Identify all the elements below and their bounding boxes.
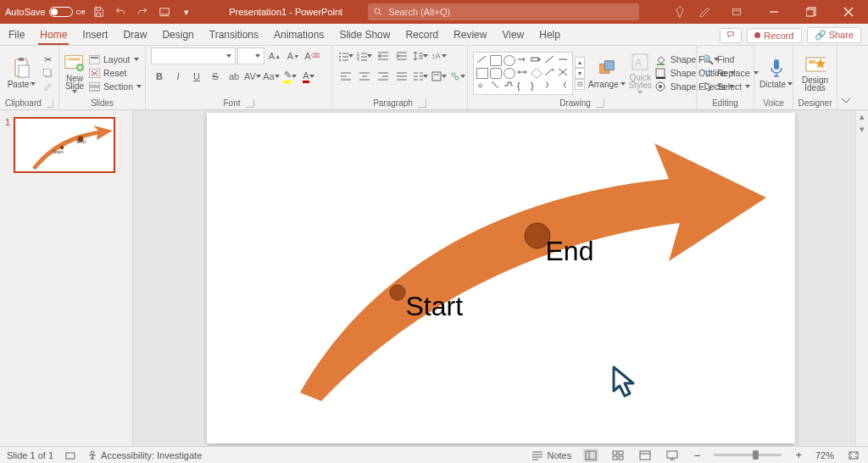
section-button[interactable]: Section bbox=[88, 81, 142, 92]
comments-button[interactable] bbox=[720, 28, 742, 43]
align-right-button[interactable] bbox=[375, 68, 392, 85]
font-name-combo[interactable] bbox=[151, 47, 236, 64]
text-direction-button[interactable]: ↕A bbox=[431, 47, 448, 64]
accessibility-status[interactable]: Accessibility: Investigate bbox=[87, 450, 202, 460]
slide-thumbnails-panel[interactable]: 1 Start End bbox=[0, 110, 133, 446]
reset-button[interactable]: Reset bbox=[88, 67, 142, 79]
undo-icon[interactable] bbox=[112, 3, 129, 20]
highlight-button[interactable]: ✎ bbox=[281, 68, 298, 85]
change-case-button[interactable]: Aa bbox=[263, 68, 280, 85]
slide-indicator[interactable]: Slide 1 of 1 bbox=[7, 450, 53, 460]
increase-font-button[interactable]: A▲ bbox=[266, 47, 283, 64]
slide-editor[interactable]: Start End ▴ ▾ bbox=[133, 110, 868, 446]
tab-file[interactable]: File bbox=[7, 25, 26, 45]
design-ideas-button[interactable]: Design Ideas bbox=[798, 54, 832, 92]
strike-button[interactable]: S bbox=[207, 68, 224, 85]
fit-to-window-button[interactable] bbox=[846, 449, 861, 462]
quick-styles-button[interactable]: A Quick Styles bbox=[629, 52, 652, 94]
font-dialog-launcher[interactable] bbox=[246, 99, 254, 108]
close-button[interactable] bbox=[834, 0, 863, 24]
zoom-slider[interactable] bbox=[714, 454, 782, 456]
search-box[interactable]: Search (Alt+Q) bbox=[368, 3, 639, 20]
normal-view-button[interactable] bbox=[583, 449, 598, 462]
arrange-button[interactable]: Arrange bbox=[588, 58, 626, 89]
line-spacing-button[interactable] bbox=[412, 47, 429, 64]
font-size-combo[interactable] bbox=[237, 47, 264, 64]
align-text-button[interactable] bbox=[431, 68, 448, 85]
tab-animations[interactable]: Animations bbox=[272, 25, 326, 45]
increase-indent-button[interactable] bbox=[393, 47, 410, 64]
sorter-view-button[interactable] bbox=[610, 449, 626, 462]
smartart-button[interactable] bbox=[449, 68, 466, 85]
collapse-ribbon-button[interactable] bbox=[837, 46, 854, 109]
clipboard-dialog-launcher[interactable] bbox=[47, 99, 53, 108]
char-spacing-button[interactable]: AV bbox=[244, 68, 261, 85]
align-center-button[interactable] bbox=[356, 68, 373, 85]
shadow-button[interactable]: ab bbox=[225, 68, 242, 85]
tab-help[interactable]: Help bbox=[537, 25, 562, 45]
notes-button[interactable]: Notes bbox=[531, 450, 571, 460]
bullets-button[interactable] bbox=[337, 47, 354, 64]
zoom-out-button[interactable]: − bbox=[692, 449, 702, 462]
justify-button[interactable] bbox=[393, 68, 410, 85]
copy-button[interactable] bbox=[42, 67, 53, 79]
maximize-button[interactable] bbox=[797, 0, 826, 24]
slideshow-view-button[interactable] bbox=[665, 449, 680, 462]
autosave-switch[interactable] bbox=[49, 7, 73, 17]
find-button[interactable]: 🔍Find bbox=[702, 53, 759, 65]
italic-button[interactable]: I bbox=[170, 68, 186, 85]
tab-home[interactable]: Home bbox=[38, 25, 69, 45]
select-button[interactable]: Select bbox=[702, 81, 759, 92]
tab-view[interactable]: View bbox=[500, 25, 526, 45]
save-icon[interactable] bbox=[90, 3, 107, 20]
autosave-toggle[interactable]: AutoSave Off bbox=[5, 7, 85, 17]
layout-button[interactable]: Layout bbox=[88, 53, 142, 65]
shapes-gallery[interactable]: ✧ { } bbox=[473, 52, 573, 95]
replace-button[interactable]: Replace bbox=[702, 67, 759, 79]
drawing-dialog-launcher[interactable] bbox=[596, 99, 604, 108]
vertical-scrollbar[interactable]: ▴ ▾ bbox=[855, 110, 868, 446]
start-from-beginning-icon[interactable] bbox=[156, 3, 173, 20]
diamond-icon[interactable] bbox=[671, 3, 688, 20]
slide-thumbnail-1[interactable]: Start End bbox=[14, 117, 115, 173]
find-icon: 🔍 bbox=[702, 53, 714, 65]
slide-canvas[interactable]: Start End bbox=[207, 113, 795, 443]
reading-view-button[interactable] bbox=[637, 449, 653, 462]
tab-insert[interactable]: Insert bbox=[81, 25, 109, 45]
redo-icon[interactable] bbox=[134, 3, 151, 20]
underline-button[interactable]: U bbox=[188, 68, 205, 85]
columns-button[interactable] bbox=[412, 68, 429, 85]
svg-rect-51 bbox=[667, 451, 677, 458]
tab-record[interactable]: Record bbox=[403, 25, 440, 45]
tab-design[interactable]: Design bbox=[160, 25, 195, 45]
align-left-button[interactable] bbox=[337, 68, 354, 85]
paragraph-dialog-launcher[interactable] bbox=[418, 99, 426, 108]
numbering-button[interactable]: 123 bbox=[356, 47, 373, 64]
ribbon-display-icon[interactable] bbox=[722, 0, 751, 24]
tab-draw[interactable]: Draw bbox=[121, 25, 148, 45]
scroll-down-button[interactable]: ▾ bbox=[856, 123, 868, 136]
tab-review[interactable]: Review bbox=[452, 25, 488, 45]
qat-customize-icon[interactable]: ▾ bbox=[178, 3, 195, 20]
shapes-gallery-scroll[interactable]: ▴▾⊟ bbox=[575, 57, 585, 90]
zoom-in-button[interactable]: + bbox=[793, 449, 804, 461]
new-slide-button[interactable]: New Slide bbox=[64, 53, 85, 93]
cut-button[interactable]: ✂ bbox=[42, 53, 53, 65]
paste-button[interactable]: Paste bbox=[5, 58, 38, 89]
format-painter-button[interactable] bbox=[42, 81, 53, 92]
bold-button[interactable]: B bbox=[151, 68, 168, 85]
clear-formatting-button[interactable]: A⌫ bbox=[303, 47, 320, 64]
decrease-indent-button[interactable] bbox=[375, 47, 392, 64]
dictate-button[interactable]: Dictate bbox=[760, 58, 793, 89]
tab-transitions[interactable]: Transitions bbox=[208, 25, 260, 45]
scroll-up-button[interactable]: ▴ bbox=[856, 110, 868, 123]
zoom-level[interactable]: 72% bbox=[815, 450, 834, 460]
pen-icon[interactable] bbox=[697, 3, 714, 20]
minimize-button[interactable] bbox=[760, 0, 788, 24]
font-color-button[interactable]: A bbox=[300, 68, 317, 85]
record-button[interactable]: Record bbox=[747, 28, 801, 43]
share-button[interactable]: 🔗 Share bbox=[807, 27, 861, 43]
tab-slideshow[interactable]: Slide Show bbox=[337, 25, 392, 45]
language-indicator[interactable] bbox=[65, 450, 75, 460]
decrease-font-button[interactable]: A▼ bbox=[285, 47, 302, 64]
